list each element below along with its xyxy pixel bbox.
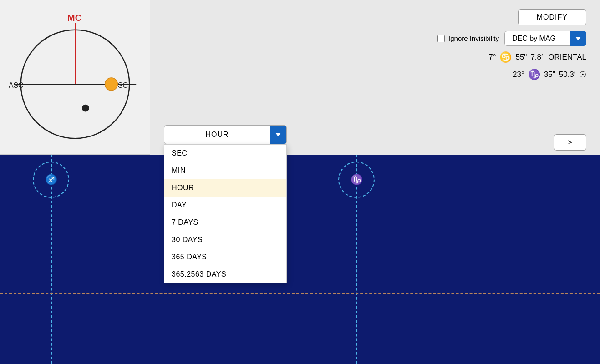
ignore-invisibility-text: Ignore Invisibility [448,35,499,42]
option-365days[interactable]: 365 DAYS [164,248,286,266]
option-hour[interactable]: HOUR [164,179,286,197]
dec-by-mag-dropdown-container: DEC by MAG [504,31,586,46]
astro-deg-2: 23° [513,70,524,79]
saturn-icon: ☉ [579,70,586,80]
top-panel: MC ASC DSC MODIFY Ignore Invisibility DE… [0,0,600,155]
hour-section: HOUR SEC MIN HOUR DAY 7 DAYS 30 DAYS 365… [164,125,287,144]
option-min[interactable]: MIN [164,162,286,179]
svg-text:MC: MC [67,13,81,23]
astro-arcsec-1: 7.8′ [530,53,543,62]
hour-dropdown-label: HOUR [164,131,270,139]
hour-dropdown-list: SEC MIN HOUR DAY 7 DAYS 30 DAYS 365 DAYS… [164,144,287,283]
astro-chart: MC ASC DSC [0,0,150,154]
option-7days[interactable]: 7 DAYS [164,214,286,231]
modify-button[interactable]: MODIFY [518,9,586,25]
astro-arcmin-1: 55" [515,53,527,62]
capricorn-symbol: ♑ [351,174,363,186]
dec-by-mag-select[interactable]: DEC by MAG [504,31,586,46]
astro-line-1: 7° ♋ 55" 7.8′ ORIENTAL [164,51,586,63]
astro-deg-1: 7° [488,53,496,62]
ignore-row: Ignore Invisibility DEC by MAG [164,31,586,46]
svg-point-6 [105,78,118,91]
next-button[interactable]: > [554,134,586,151]
option-sec[interactable]: SEC [164,145,286,162]
hour-dropdown-arrow [270,126,286,144]
option-30days[interactable]: 30 DAYS [164,231,286,248]
svg-point-7 [82,105,89,112]
left-dashed-circle: ♐ [33,162,69,198]
option-day[interactable]: DAY [164,197,286,214]
right-dashed-circle: ♑ [338,162,375,198]
astro-tag-1: ORIENTAL [548,53,586,62]
svg-text:ASC: ASC [9,81,24,89]
ignore-invisibility-label: Ignore Invisibility [437,35,499,42]
ignore-invisibility-checkbox[interactable] [437,35,445,42]
horizontal-blue-dashed-line-upper [0,293,600,294]
main-area: ♐ ♑ [0,155,600,364]
modify-row: MODIFY [164,9,586,25]
astro-arcmin-2: 35" [544,70,555,79]
option-365-2563days[interactable]: 365.2563 DAYS [164,266,286,283]
astro-arcsec-2: 50.3′ [559,70,575,79]
astro-symbol-1: ♋ [499,51,512,63]
astro-line-2: 23° ♑ 35" 50.3′ ☉ [164,69,586,81]
chart-area: MC ASC DSC [0,0,150,155]
astro-symbol-2: ♑ [528,69,540,81]
hour-dropdown-button[interactable]: HOUR [164,125,287,144]
sagittarius-symbol: ♐ [45,174,57,186]
